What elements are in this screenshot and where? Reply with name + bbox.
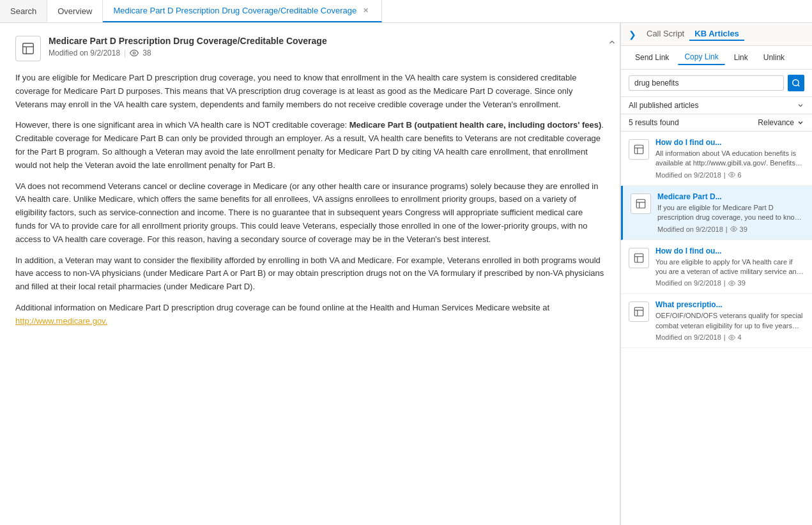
kb-item-3-icon: [629, 248, 649, 268]
article-paragraph-3: VA does not recommend Veterans cancel or…: [15, 180, 604, 247]
right-panel: ❯ Call Script KB Articles Send Link Copy…: [620, 23, 812, 525]
close-tab-icon[interactable]: ✕: [360, 5, 371, 16]
svg-point-13: [733, 228, 735, 230]
panel-title-tabs: Call Script KB Articles: [641, 27, 744, 41]
kb-item-2-desc: If you are eligible for Medicare Part D …: [657, 203, 804, 223]
svg-rect-6: [634, 145, 643, 154]
filter-dropdown[interactable]: [797, 102, 804, 109]
article-views-count: 38: [142, 49, 151, 57]
para5-before: Additional information on Medicare Part …: [15, 303, 549, 312]
kb-item-3-title: How do I find ou...: [655, 247, 804, 255]
search-bar: [621, 70, 812, 97]
kb-item-4-title: What prescriptio...: [655, 300, 804, 309]
article-header: Medicare Part D Prescription Drug Covera…: [15, 36, 604, 61]
medicare-link[interactable]: http://www.medicare.gov.: [15, 316, 107, 326]
kb-item-1-icon: [629, 139, 649, 160]
results-header: 5 results found Relevance: [621, 114, 812, 132]
filter-label: All published articles: [629, 101, 797, 110]
article-paragraph-4: In addition, a Veteran may want to consi…: [15, 254, 604, 294]
article-modified-date: Modified on 9/2/2018: [49, 49, 120, 57]
article-paragraph-5: Additional information on Medicare Part …: [15, 301, 604, 328]
kb-meta-sep-2: |: [726, 225, 728, 233]
tab-overview[interactable]: Overview: [47, 0, 103, 22]
kb-item-2-views: 39: [740, 225, 747, 233]
svg-point-4: [793, 80, 799, 86]
kb-item-4-icon: [629, 301, 649, 322]
copy-link-button[interactable]: Copy Link: [678, 50, 724, 65]
article-title-block: Medicare Part D Prescription Drug Covera…: [49, 36, 604, 57]
link-button[interactable]: Link: [728, 50, 755, 65]
tab-search[interactable]: Search: [0, 0, 47, 22]
article-paragraph-2: However, there is one significant area i…: [15, 119, 604, 172]
kb-meta-sep-1: |: [724, 171, 726, 179]
results-count: 5 results found: [629, 118, 679, 127]
kb-meta-sep-3: |: [724, 279, 726, 287]
article-book-icon: [15, 36, 41, 61]
kb-item-2[interactable]: Medicare Part D... If you are eligible f…: [621, 186, 812, 240]
kb-item-3-views: 39: [738, 279, 746, 287]
article-body: If you are eligible for Medicare Part D …: [15, 72, 604, 328]
meta-separator-1: |: [124, 49, 126, 57]
article-meta: Modified on 9/2/2018 | 38: [49, 49, 604, 57]
kb-item-4-content: What prescriptio... OEF/OIF/OND/OFS vete…: [655, 300, 804, 341]
main-container: Medicare Part D Prescription Drug Covera…: [0, 23, 812, 525]
kb-item-1[interactable]: How do I find ou... All information abou…: [621, 132, 812, 186]
kb-item-1-title: How do I find ou...: [655, 138, 804, 147]
kb-item-1-content: How do I find ou... All information abou…: [655, 138, 804, 179]
content-area: Medicare Part D Prescription Drug Covera…: [0, 23, 620, 525]
kb-item-3-meta: Modified on 9/2/2018 | 39: [655, 279, 804, 287]
kb-item-1-meta: Modified on 9/2/2018 | 6: [655, 171, 804, 179]
kb-item-4-views: 4: [738, 333, 742, 341]
kb-item-2-title: Medicare Part D...: [657, 192, 804, 201]
kb-item-4-desc: OEF/OIF/OND/OFS veterans qualify for spe…: [655, 311, 804, 331]
article-title: Medicare Part D Prescription Drug Covera…: [49, 36, 604, 46]
kb-item-4-modified: Modified on 9/2/2018: [655, 333, 721, 341]
tab-article[interactable]: Medicare Part D Prescription Drug Covera…: [103, 0, 382, 22]
kb-item-4[interactable]: What prescriptio... OEF/OIF/OND/OFS vete…: [621, 294, 812, 348]
collapse-button[interactable]: [604, 34, 620, 50]
svg-point-17: [731, 282, 733, 284]
kb-item-2-meta: Modified on 9/2/2018 | 39: [657, 225, 804, 233]
kb-search-button[interactable]: [788, 75, 804, 91]
svg-point-3: [133, 52, 135, 54]
panel-chevron-icon[interactable]: ❯: [629, 29, 636, 40]
kb-item-3-content: How do I find ou... You are eligible to …: [655, 247, 804, 287]
panel-header: ❯ Call Script KB Articles: [621, 23, 812, 46]
svg-point-21: [731, 337, 733, 339]
svg-point-9: [731, 174, 733, 176]
top-nav: Search Overview Medicare Part D Prescrip…: [0, 0, 812, 23]
kb-item-2-modified: Modified on 9/2/2018: [657, 225, 723, 233]
panel-actions: Send Link Copy Link Link Unlink: [621, 46, 812, 70]
tab-call-script[interactable]: Call Script: [641, 27, 689, 41]
unlink-button[interactable]: Unlink: [757, 50, 791, 65]
send-link-button[interactable]: Send Link: [629, 50, 675, 65]
para2-bold: Medicare Part B (outpatient health care,…: [349, 120, 602, 130]
svg-rect-14: [634, 254, 643, 262]
kb-item-2-icon: [631, 194, 651, 214]
kb-item-1-modified: Modified on 9/2/2018: [655, 171, 721, 179]
para2-before: However, there is one significant area i…: [15, 120, 349, 130]
kb-item-2-content: Medicare Part D... If you are eligible f…: [657, 192, 804, 233]
article-paragraph-1: If you are eligible for Medicare Part D …: [15, 72, 604, 111]
kb-search-input[interactable]: [629, 75, 784, 91]
kb-item-3[interactable]: How do I find ou... You are eligible to …: [621, 240, 812, 294]
kb-item-1-desc: All information about VA education benef…: [655, 149, 804, 169]
filter-bar: All published articles: [621, 97, 812, 114]
views-eye-icon: [130, 49, 139, 57]
kb-articles-list: How do I find ou... All information abou…: [621, 132, 812, 525]
svg-line-5: [798, 85, 800, 87]
kb-item-4-meta: Modified on 9/2/2018 | 4: [655, 333, 804, 341]
svg-rect-10: [636, 199, 645, 208]
kb-item-3-desc: You are eligible to apply for VA health …: [655, 257, 804, 277]
svg-rect-0: [23, 43, 34, 54]
svg-rect-18: [634, 308, 643, 317]
tab-kb-articles[interactable]: KB Articles: [689, 27, 744, 41]
kb-item-1-views: 6: [738, 171, 742, 179]
relevance-sort[interactable]: Relevance: [758, 118, 804, 127]
kb-item-3-modified: Modified on 9/2/2018: [655, 279, 721, 287]
kb-meta-sep-4: |: [724, 333, 726, 341]
